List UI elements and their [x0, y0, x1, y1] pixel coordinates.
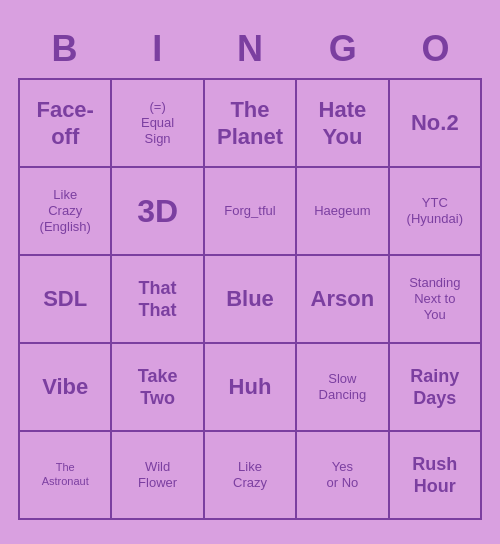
bingo-cell-7[interactable]: Forg_tful [205, 168, 297, 256]
bingo-cell-17[interactable]: Huh [205, 344, 297, 432]
bingo-cell-19[interactable]: Rainy Days [390, 344, 482, 432]
bingo-cell-10[interactable]: SDL [20, 256, 112, 344]
bingo-cell-3[interactable]: Hate You [297, 80, 389, 168]
header-o: O [389, 24, 482, 74]
bingo-cell-13[interactable]: Arson [297, 256, 389, 344]
bingo-cell-1[interactable]: (=) Equal Sign [112, 80, 204, 168]
bingo-cell-15[interactable]: Vibe [20, 344, 112, 432]
bingo-cell-18[interactable]: Slow Dancing [297, 344, 389, 432]
bingo-cell-6[interactable]: 3D [112, 168, 204, 256]
bingo-cell-0[interactable]: Face- off [20, 80, 112, 168]
bingo-cell-2[interactable]: The Planet [205, 80, 297, 168]
bingo-card: B I N G O Face- off(=) Equal SignThe Pla… [10, 16, 490, 528]
bingo-cell-5[interactable]: Like Crazy (English) [20, 168, 112, 256]
bingo-cell-4[interactable]: No.2 [390, 80, 482, 168]
header-g: G [296, 24, 389, 74]
bingo-cell-24[interactable]: Rush Hour [390, 432, 482, 520]
bingo-cell-8[interactable]: Haegeum [297, 168, 389, 256]
bingo-cell-20[interactable]: The Astronaut [20, 432, 112, 520]
bingo-cell-16[interactable]: Take Two [112, 344, 204, 432]
bingo-cell-14[interactable]: Standing Next to You [390, 256, 482, 344]
header-b: B [18, 24, 111, 74]
bingo-grid: Face- off(=) Equal SignThe PlanetHate Yo… [18, 78, 482, 520]
header-n: N [204, 24, 297, 74]
bingo-cell-9[interactable]: YTC (Hyundai) [390, 168, 482, 256]
bingo-cell-11[interactable]: That That [112, 256, 204, 344]
bingo-cell-21[interactable]: Wild Flower [112, 432, 204, 520]
bingo-cell-12[interactable]: Blue [205, 256, 297, 344]
header-i: I [111, 24, 204, 74]
bingo-cell-23[interactable]: Yes or No [297, 432, 389, 520]
bingo-header: B I N G O [18, 24, 482, 74]
bingo-cell-22[interactable]: Like Crazy [205, 432, 297, 520]
